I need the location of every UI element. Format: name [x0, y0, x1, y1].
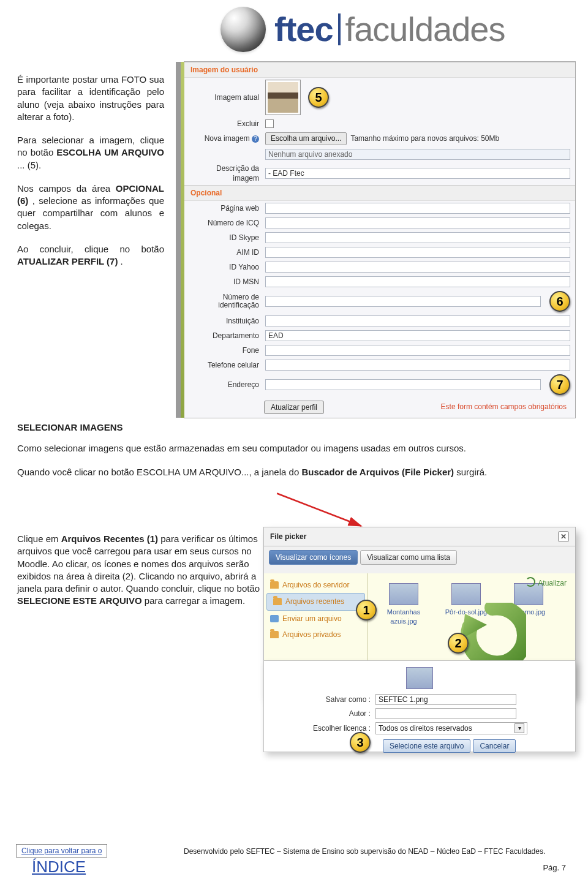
avatar-image — [266, 81, 300, 114]
input-endereco[interactable] — [265, 379, 541, 390]
input-instituicao[interactable] — [265, 315, 570, 326]
image-icon — [389, 583, 418, 605]
input-msn[interactable] — [265, 276, 570, 287]
image-description-input[interactable]: - EAD Ftec — [265, 168, 570, 179]
sidebar-item-server-files[interactable]: Arquivos do servidor — [264, 577, 368, 593]
filepicker-instructions: Clique em Arquivos Recentes (1) para ver… — [17, 533, 262, 608]
callout-5: 5 — [308, 87, 329, 108]
label-aim: AIM ID — [189, 247, 262, 257]
input-aim[interactable] — [265, 247, 570, 258]
callout-1: 1 — [356, 600, 377, 620]
label-delete: Excluir — [189, 119, 262, 129]
label-msn: ID MSN — [189, 277, 262, 287]
label-new-image: Nova imagem ? — [189, 134, 262, 143]
sidebar-item-upload-file[interactable]: Enviar um arquivo — [264, 611, 368, 627]
delete-checkbox[interactable] — [265, 119, 274, 128]
label-current-image: Imagem atual — [189, 92, 262, 102]
select-images-p2: Quando você clicar no botão ESCOLHA UM A… — [17, 466, 568, 478]
label-instituicao: Instituição — [189, 316, 262, 326]
callout-2: 2 — [448, 633, 469, 654]
input-icq[interactable] — [265, 217, 570, 228]
select-images-heading: SELECIONAR IMAGENS — [17, 421, 568, 434]
back-to-index-link[interactable]: Clique para voltar para o — [16, 844, 107, 858]
deco-strip — [176, 62, 181, 418]
label-celular: Telefone celular — [189, 360, 262, 370]
label-image-description: Descrição da imagem — [189, 164, 262, 183]
logo-divider-icon — [338, 13, 341, 45]
cancel-button[interactable]: Cancelar — [473, 739, 516, 753]
label-author: Autor : — [273, 709, 371, 718]
select-images-section: SELECIONAR IMAGENS Como selecionar image… — [17, 421, 568, 489]
svg-line-0 — [277, 493, 361, 526]
label-idnum: Número de identificação — [189, 293, 262, 309]
input-celular[interactable] — [265, 360, 570, 371]
label-icq: Número de ICQ — [189, 218, 262, 228]
label-pagina-web: Página web — [189, 203, 262, 213]
input-idnum[interactable] — [265, 296, 541, 307]
section-optional: Opcional — [184, 185, 575, 201]
label-yahoo: ID Yahoo — [189, 262, 262, 272]
file-detail-dialog: Salvar como : SEFTEC 1.png Autor : Escol… — [263, 660, 576, 752]
callout-6: 6 — [549, 291, 570, 312]
close-icon[interactable]: ✕ — [558, 531, 569, 542]
folder-icon — [270, 631, 279, 638]
input-skype[interactable] — [265, 232, 570, 243]
profile-form-screenshot: Imagem do usuário Imagem atual 5 Excluir… — [184, 61, 576, 418]
red-arrow-icon — [270, 491, 374, 528]
page-footer: Clique para voltar para o ÍNDICE Desenvo… — [0, 844, 588, 878]
p1: É importante postar uma FOTO sua para fa… — [17, 74, 164, 123]
logo: ftec faculdades — [221, 6, 505, 53]
logo-brand: ftec — [274, 6, 338, 53]
choose-file-button[interactable]: Escolha um arquivo... — [265, 132, 347, 145]
footer-credit: Desenvolvido pelo SEFTEC – Sistema de En… — [184, 847, 545, 856]
label-license: Escolher licença : — [273, 723, 371, 733]
index-link[interactable]: ÍNDICE — [32, 856, 588, 878]
no-file-attached: Nenhum arquivo anexado — [265, 149, 570, 160]
section-user-image: Imagem do usuário — [184, 62, 575, 78]
view-as-icons-button[interactable]: Visualizar como ícones — [269, 550, 358, 565]
label-skype: ID Skype — [189, 233, 262, 243]
callout-7: 7 — [549, 374, 570, 395]
view-as-list-button[interactable]: Visualizar como uma lista — [360, 550, 457, 565]
logo-sub: faculdades — [345, 6, 505, 53]
p3: Nos campos da área OPCIONAL (6) , seleci… — [17, 183, 164, 232]
p4: Ao concluir, clique no botão ATUALIZAR P… — [17, 243, 164, 268]
chevron-down-icon: ▾ — [514, 723, 524, 733]
file-picker-title: File picker — [270, 532, 306, 541]
callout-3: 3 — [350, 732, 371, 753]
refresh-link[interactable]: Atualizar — [526, 577, 567, 588]
input-yahoo[interactable] — [265, 262, 570, 273]
file-size-hint: Tamanho máximo para novos arquivos: 50Mb — [350, 134, 499, 143]
input-fone[interactable] — [265, 345, 570, 356]
save-as-input[interactable]: SEFTEC 1.png — [375, 694, 516, 705]
image-icon — [406, 667, 433, 689]
logo-sphere-icon — [221, 7, 266, 52]
input-pagina-web[interactable] — [265, 203, 570, 214]
required-note: Este form contém campos obrigatórios — [441, 397, 575, 417]
select-images-p1: Como selecionar imagens que estão armaze… — [17, 442, 568, 454]
folder-icon — [273, 598, 282, 605]
input-dept[interactable]: EAD — [265, 330, 570, 341]
license-select[interactable]: Todos os direitos reservados ▾ — [375, 722, 527, 734]
file-thumb[interactable]: Montanhas azuis.jpg — [379, 583, 428, 626]
label-save-as: Salvar como : — [273, 695, 371, 704]
author-input[interactable] — [375, 708, 516, 719]
help-icon[interactable]: ? — [252, 135, 259, 143]
sidebar-item-recent-files[interactable]: Arquivos recentes — [266, 593, 365, 610]
avatar — [265, 80, 301, 115]
deco-strip — [181, 62, 184, 418]
folder-icon — [270, 581, 279, 589]
label-endereco: Endereço — [189, 380, 262, 390]
label-dept: Departamento — [189, 331, 262, 341]
label-fone: Fone — [189, 345, 262, 355]
p2: Para selecionar a imagem, clique no botã… — [17, 134, 164, 172]
image-icon — [451, 583, 481, 605]
page-number: Pág. 7 — [543, 862, 566, 873]
upload-icon — [270, 615, 279, 622]
sidebar-item-private-files[interactable]: Arquivos privados — [264, 627, 368, 643]
select-this-file-button[interactable]: Selecione este arquivo — [383, 739, 470, 753]
intro-text: É importante postar uma FOTO sua para fa… — [17, 74, 164, 279]
update-profile-button[interactable]: Atualizar perfil — [264, 401, 324, 414]
